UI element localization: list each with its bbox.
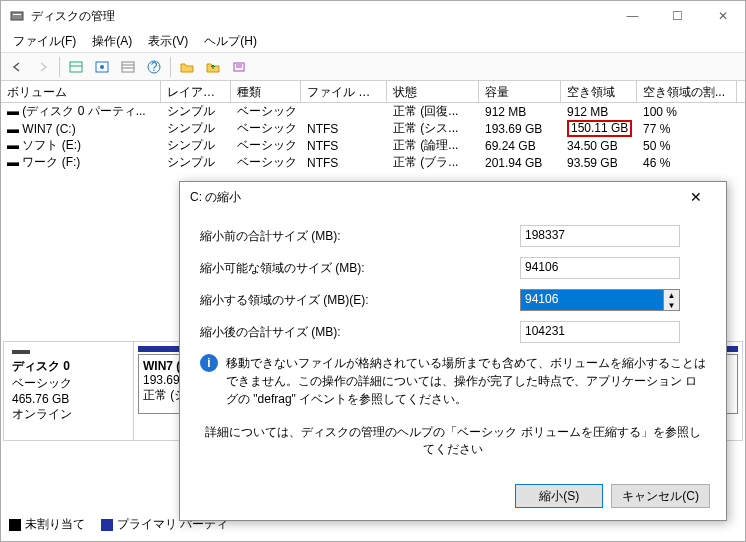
after-size-label: 縮小後の合計サイズ (MB):: [200, 324, 520, 341]
table-row[interactable]: ▬ (ディスク 0 パーティ...シンプルベーシック正常 (回復...912 M…: [1, 103, 745, 120]
volume-grid-header: ボリューム レイアウト 種類 ファイル システム 状態 容量 空き領域 空き領域…: [1, 81, 745, 103]
svg-rect-1: [13, 14, 21, 15]
col-layout[interactable]: レイアウト: [161, 81, 231, 102]
back-button[interactable]: [5, 56, 29, 78]
shrink-size-label: 縮小する領域のサイズ (MB)(E):: [200, 292, 520, 309]
titlebar: ディスクの管理 ― ☐ ✕: [1, 1, 745, 31]
dialog-title: C: の縮小: [190, 189, 676, 206]
legend-unallocated: 未割り当て: [25, 517, 85, 531]
help-icon[interactable]: ?: [142, 56, 166, 78]
available-size-value: 94106: [520, 257, 680, 279]
view-icon[interactable]: [64, 56, 88, 78]
menu-help[interactable]: ヘルプ(H): [196, 31, 265, 52]
col-free[interactable]: 空き領域: [561, 81, 637, 102]
svg-point-5: [100, 65, 104, 69]
available-size-label: 縮小可能な領域のサイズ (MB):: [200, 260, 520, 277]
folder-up-icon[interactable]: [201, 56, 225, 78]
col-capacity[interactable]: 容量: [479, 81, 561, 102]
legend-unallocated-swatch: [9, 519, 21, 531]
after-size-value: 104231: [520, 321, 680, 343]
col-filesystem[interactable]: ファイル システム: [301, 81, 387, 102]
col-status[interactable]: 状態: [387, 81, 479, 102]
svg-rect-2: [70, 62, 82, 72]
menu-view[interactable]: 表示(V): [140, 31, 196, 52]
shrink-button[interactable]: 縮小(S): [515, 484, 603, 508]
app-icon: [9, 8, 25, 24]
info-icon: i: [200, 354, 218, 372]
menu-action[interactable]: 操作(A): [84, 31, 140, 52]
minimize-button[interactable]: ―: [610, 1, 655, 31]
dialog-close-button[interactable]: ✕: [676, 189, 716, 205]
more-info-text: 詳細については、ディスクの管理のヘルプの「ベーシック ボリュームを圧縮する」を参…: [200, 424, 706, 458]
spin-up-icon[interactable]: ▲: [664, 290, 679, 300]
col-freepct[interactable]: 空き領域の割...: [637, 81, 737, 102]
menu-file[interactable]: ファイル(F): [5, 31, 84, 52]
before-size-label: 縮小前の合計サイズ (MB):: [200, 228, 520, 245]
forward-button[interactable]: [31, 56, 55, 78]
col-type[interactable]: 種類: [231, 81, 301, 102]
disk-label-box: ディスク 0 ベーシック 465.76 GB オンライン: [4, 342, 134, 440]
shrink-dialog: C: の縮小 ✕ 縮小前の合計サイズ (MB): 198337 縮小可能な領域の…: [179, 181, 727, 521]
disk-bar-icon: [12, 350, 30, 354]
disk-size: 465.76 GB: [12, 392, 125, 406]
folder-icon[interactable]: [175, 56, 199, 78]
col-volume[interactable]: ボリューム: [1, 81, 161, 102]
spin-down-icon[interactable]: ▼: [664, 300, 679, 310]
menubar: ファイル(F) 操作(A) 表示(V) ヘルプ(H): [1, 31, 745, 53]
toolbar: ?: [1, 53, 745, 81]
table-row[interactable]: ▬ ソフト (E:)シンプルベーシックNTFS正常 (論理...69.24 GB…: [1, 137, 745, 154]
legend-primary-swatch: [101, 519, 113, 531]
shrink-size-value[interactable]: 94106: [521, 290, 663, 310]
list-icon[interactable]: [227, 56, 251, 78]
svg-rect-0: [11, 12, 23, 20]
svg-text:?: ?: [151, 60, 158, 74]
cancel-button[interactable]: キャンセル(C): [611, 484, 710, 508]
table-row[interactable]: ▬ WIN7 (C:)シンプルベーシックNTFS正常 (シス...193.69 …: [1, 120, 745, 137]
shrink-size-input[interactable]: 94106 ▲ ▼: [520, 289, 680, 311]
svg-rect-6: [122, 62, 134, 72]
volume-grid-body: ▬ (ディスク 0 パーティ...シンプルベーシック正常 (回復...912 M…: [1, 103, 745, 171]
close-button[interactable]: ✕: [700, 1, 745, 31]
disk-name: ディスク 0: [12, 358, 125, 375]
disk-management-window: ディスクの管理 ― ☐ ✕ ファイル(F) 操作(A) 表示(V) ヘルプ(H)…: [0, 0, 746, 542]
disk-type: ベーシック: [12, 375, 125, 392]
maximize-button[interactable]: ☐: [655, 1, 700, 31]
table-row[interactable]: ▬ ワーク (F:)シンプルベーシックNTFS正常 (ブラ...201.94 G…: [1, 154, 745, 171]
dialog-titlebar: C: の縮小 ✕: [180, 182, 726, 212]
table-icon[interactable]: [116, 56, 140, 78]
disk-status: オンライン: [12, 406, 125, 423]
info-text: 移動できないファイルが格納されている場所までも含めて、ボリュームを縮小することは…: [226, 354, 706, 408]
before-size-value: 198337: [520, 225, 680, 247]
refresh-icon[interactable]: [90, 56, 114, 78]
